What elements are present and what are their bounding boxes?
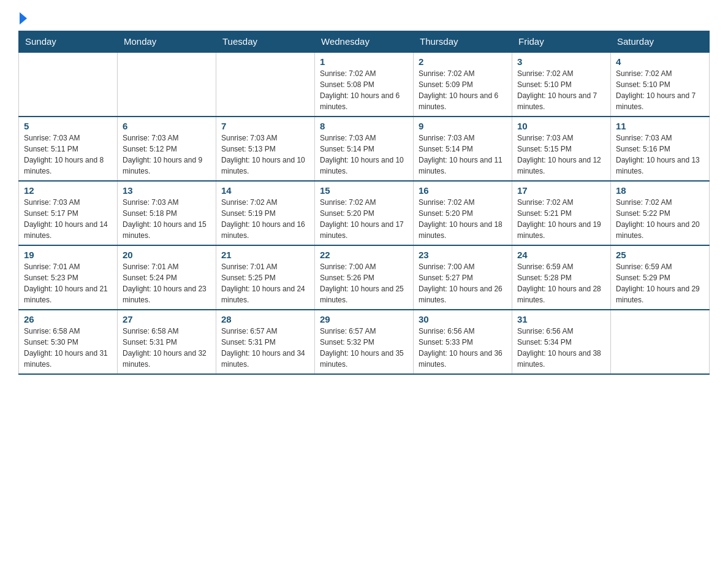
- calendar-cell: 31Sunrise: 6:56 AM Sunset: 5:34 PM Dayli…: [512, 310, 611, 374]
- day-info: Sunrise: 7:03 AM Sunset: 5:14 PM Dayligh…: [419, 132, 507, 177]
- day-info: Sunrise: 7:01 AM Sunset: 5:23 PM Dayligh…: [24, 261, 112, 305]
- calendar-cell: 25Sunrise: 6:59 AM Sunset: 5:29 PM Dayli…: [611, 245, 710, 310]
- day-number: 12: [24, 185, 112, 196]
- calendar-week-row: 19Sunrise: 7:01 AM Sunset: 5:23 PM Dayli…: [19, 245, 710, 310]
- day-number: 20: [123, 250, 211, 260]
- calendar-table: SundayMondayTuesdayWednesdayThursdayFrid…: [18, 31, 710, 375]
- day-number: 21: [221, 250, 309, 260]
- calendar-cell: 8Sunrise: 7:03 AM Sunset: 5:14 PM Daylig…: [315, 117, 414, 181]
- weekday-header-sunday: Sunday: [19, 31, 118, 53]
- day-info: Sunrise: 6:57 AM Sunset: 5:31 PM Dayligh…: [221, 326, 309, 370]
- day-info: Sunrise: 6:58 AM Sunset: 5:31 PM Dayligh…: [123, 326, 211, 370]
- day-number: 18: [616, 185, 704, 196]
- logo-arrow-icon: [20, 12, 27, 25]
- calendar-cell: 23Sunrise: 7:00 AM Sunset: 5:27 PM Dayli…: [414, 245, 512, 310]
- calendar-cell: 22Sunrise: 7:00 AM Sunset: 5:26 PM Dayli…: [315, 245, 414, 310]
- calendar-cell: 4Sunrise: 7:02 AM Sunset: 5:10 PM Daylig…: [611, 52, 710, 117]
- calendar-cell: 21Sunrise: 7:01 AM Sunset: 5:25 PM Dayli…: [216, 245, 315, 310]
- calendar-cell: [19, 52, 118, 117]
- calendar-cell: 28Sunrise: 6:57 AM Sunset: 5:31 PM Dayli…: [216, 310, 315, 374]
- day-info: Sunrise: 7:03 AM Sunset: 5:11 PM Dayligh…: [24, 132, 112, 177]
- calendar-week-row: 5Sunrise: 7:03 AM Sunset: 5:11 PM Daylig…: [19, 117, 710, 181]
- day-number: 17: [517, 185, 605, 196]
- day-info: Sunrise: 7:02 AM Sunset: 5:10 PM Dayligh…: [616, 68, 704, 112]
- day-info: Sunrise: 7:02 AM Sunset: 5:22 PM Dayligh…: [616, 197, 704, 241]
- day-number: 25: [616, 250, 704, 260]
- day-number: 2: [419, 56, 507, 67]
- day-info: Sunrise: 7:02 AM Sunset: 5:09 PM Dayligh…: [419, 68, 507, 112]
- day-info: Sunrise: 7:01 AM Sunset: 5:25 PM Dayligh…: [221, 261, 309, 305]
- day-info: Sunrise: 7:02 AM Sunset: 5:20 PM Dayligh…: [419, 197, 507, 241]
- calendar-cell: 16Sunrise: 7:02 AM Sunset: 5:20 PM Dayli…: [414, 181, 512, 245]
- day-number: 16: [419, 185, 507, 196]
- weekday-header-friday: Friday: [512, 31, 611, 53]
- day-info: Sunrise: 7:03 AM Sunset: 5:14 PM Dayligh…: [320, 132, 408, 177]
- day-info: Sunrise: 7:03 AM Sunset: 5:12 PM Dayligh…: [123, 132, 211, 177]
- day-number: 19: [24, 250, 112, 260]
- day-info: Sunrise: 7:03 AM Sunset: 5:16 PM Dayligh…: [616, 132, 704, 177]
- day-info: Sunrise: 7:02 AM Sunset: 5:08 PM Dayligh…: [320, 68, 408, 112]
- day-number: 9: [419, 121, 507, 131]
- day-info: Sunrise: 7:02 AM Sunset: 5:10 PM Dayligh…: [517, 68, 605, 112]
- day-info: Sunrise: 6:56 AM Sunset: 5:33 PM Dayligh…: [419, 326, 507, 370]
- day-info: Sunrise: 6:57 AM Sunset: 5:32 PM Dayligh…: [320, 326, 408, 370]
- day-number: 8: [320, 121, 408, 131]
- day-info: Sunrise: 7:02 AM Sunset: 5:20 PM Dayligh…: [320, 197, 408, 241]
- calendar-cell: 15Sunrise: 7:02 AM Sunset: 5:20 PM Dayli…: [315, 181, 414, 245]
- day-info: Sunrise: 7:01 AM Sunset: 5:24 PM Dayligh…: [123, 261, 211, 305]
- calendar-cell: 20Sunrise: 7:01 AM Sunset: 5:24 PM Dayli…: [118, 245, 216, 310]
- calendar-cell: 7Sunrise: 7:03 AM Sunset: 5:13 PM Daylig…: [216, 117, 315, 181]
- day-number: 1: [320, 56, 408, 67]
- weekday-header-thursday: Thursday: [414, 31, 512, 53]
- day-number: 5: [24, 121, 112, 131]
- calendar-cell: 18Sunrise: 7:02 AM Sunset: 5:22 PM Dayli…: [611, 181, 710, 245]
- weekday-header-wednesday: Wednesday: [315, 31, 414, 53]
- day-info: Sunrise: 7:03 AM Sunset: 5:17 PM Dayligh…: [24, 197, 112, 241]
- day-number: 15: [320, 185, 408, 196]
- day-number: 10: [517, 121, 605, 131]
- calendar-cell: [118, 52, 216, 117]
- day-info: Sunrise: 7:00 AM Sunset: 5:26 PM Dayligh…: [320, 261, 408, 305]
- calendar-cell: 13Sunrise: 7:03 AM Sunset: 5:18 PM Dayli…: [118, 181, 216, 245]
- calendar-cell: 3Sunrise: 7:02 AM Sunset: 5:10 PM Daylig…: [512, 52, 611, 117]
- day-info: Sunrise: 7:03 AM Sunset: 5:15 PM Dayligh…: [517, 132, 605, 177]
- day-number: 30: [419, 314, 507, 324]
- page-header: [18, 12, 710, 25]
- day-number: 7: [221, 121, 309, 131]
- calendar-cell: 6Sunrise: 7:03 AM Sunset: 5:12 PM Daylig…: [118, 117, 216, 181]
- calendar-cell: [611, 310, 710, 374]
- calendar-week-row: 26Sunrise: 6:58 AM Sunset: 5:30 PM Dayli…: [19, 310, 710, 374]
- day-info: Sunrise: 6:58 AM Sunset: 5:30 PM Dayligh…: [24, 326, 112, 370]
- calendar-cell: 26Sunrise: 6:58 AM Sunset: 5:30 PM Dayli…: [19, 310, 118, 374]
- calendar-week-row: 12Sunrise: 7:03 AM Sunset: 5:17 PM Dayli…: [19, 181, 710, 245]
- day-number: 13: [123, 185, 211, 196]
- day-number: 27: [123, 314, 211, 324]
- day-info: Sunrise: 7:00 AM Sunset: 5:27 PM Dayligh…: [419, 261, 507, 305]
- calendar-week-row: 1Sunrise: 7:02 AM Sunset: 5:08 PM Daylig…: [19, 52, 710, 117]
- calendar-cell: 10Sunrise: 7:03 AM Sunset: 5:15 PM Dayli…: [512, 117, 611, 181]
- day-number: 4: [616, 56, 704, 67]
- day-number: 28: [221, 314, 309, 324]
- day-info: Sunrise: 7:03 AM Sunset: 5:18 PM Dayligh…: [123, 197, 211, 241]
- calendar-cell: [216, 52, 315, 117]
- calendar-cell: 2Sunrise: 7:02 AM Sunset: 5:09 PM Daylig…: [414, 52, 512, 117]
- day-info: Sunrise: 7:02 AM Sunset: 5:19 PM Dayligh…: [221, 197, 309, 241]
- calendar-cell: 1Sunrise: 7:02 AM Sunset: 5:08 PM Daylig…: [315, 52, 414, 117]
- day-number: 6: [123, 121, 211, 131]
- calendar-cell: 9Sunrise: 7:03 AM Sunset: 5:14 PM Daylig…: [414, 117, 512, 181]
- weekday-header-saturday: Saturday: [611, 31, 710, 53]
- calendar-cell: 14Sunrise: 7:02 AM Sunset: 5:19 PM Dayli…: [216, 181, 315, 245]
- logo: [18, 12, 27, 25]
- day-number: 31: [517, 314, 605, 324]
- weekday-header-tuesday: Tuesday: [216, 31, 315, 53]
- calendar-cell: 12Sunrise: 7:03 AM Sunset: 5:17 PM Dayli…: [19, 181, 118, 245]
- calendar-cell: 11Sunrise: 7:03 AM Sunset: 5:16 PM Dayli…: [611, 117, 710, 181]
- day-number: 23: [419, 250, 507, 260]
- day-info: Sunrise: 6:59 AM Sunset: 5:29 PM Dayligh…: [616, 261, 704, 305]
- day-number: 22: [320, 250, 408, 260]
- calendar-cell: 24Sunrise: 6:59 AM Sunset: 5:28 PM Dayli…: [512, 245, 611, 310]
- day-number: 14: [221, 185, 309, 196]
- day-info: Sunrise: 6:56 AM Sunset: 5:34 PM Dayligh…: [517, 326, 605, 370]
- day-number: 29: [320, 314, 408, 324]
- day-info: Sunrise: 6:59 AM Sunset: 5:28 PM Dayligh…: [517, 261, 605, 305]
